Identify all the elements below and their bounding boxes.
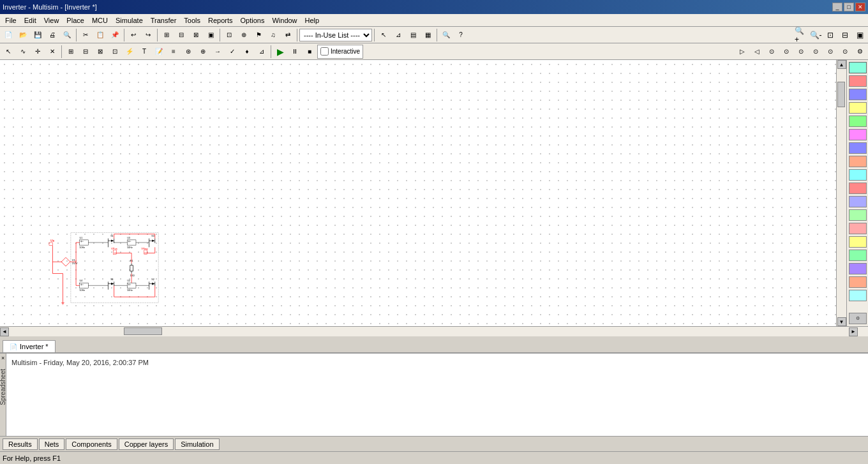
undo-button[interactable]: ↩: [126, 28, 140, 42]
interactive-checkbox[interactable]: Interactive: [317, 45, 363, 59]
misc1-tool[interactable]: ≡: [167, 45, 181, 59]
horizontal-scrollbar[interactable]: ◄ ►: [0, 326, 868, 336]
scroll-up-button[interactable]: ▲: [837, 60, 846, 69]
menu-edit[interactable]: Edit: [20, 14, 40, 26]
spreadsheet-button[interactable]: ⊟: [174, 28, 188, 42]
flag-button[interactable]: ⚑: [251, 28, 266, 42]
tab-inverter[interactable]: 📄 Inverter *: [3, 340, 56, 352]
db-button[interactable]: ⊠: [189, 28, 203, 42]
palette-btn-2[interactable]: [849, 75, 867, 87]
palette-btn-13[interactable]: [849, 223, 867, 234]
connectors-tool[interactable]: ⊠: [93, 45, 107, 59]
close-button[interactable]: ✕: [855, 3, 865, 11]
palette-btn-10[interactable]: [849, 183, 867, 194]
tab-nets[interactable]: Nets: [39, 438, 65, 450]
wire-tool[interactable]: ∿: [16, 45, 30, 59]
palette-btn-12[interactable]: [849, 209, 867, 221]
cut-button[interactable]: ✂: [79, 28, 93, 42]
palette-btn-5[interactable]: [849, 116, 867, 127]
menu-file[interactable]: File: [1, 14, 20, 26]
palette-btn-1[interactable]: [849, 62, 867, 73]
sim-ctrl4[interactable]: ⊙: [779, 45, 793, 59]
search-button[interactable]: 🔍: [439, 28, 453, 42]
menu-tools[interactable]: Tools: [180, 14, 204, 26]
zoom-100-button[interactable]: ⊟: [838, 28, 852, 42]
menu-reports[interactable]: Reports: [204, 14, 237, 26]
sim-ctrl8[interactable]: ⊙: [838, 45, 852, 59]
palette-btn-3[interactable]: [849, 89, 867, 100]
misc2-tool[interactable]: ⊛: [181, 45, 195, 59]
select-tool[interactable]: ↖: [1, 45, 15, 59]
sim-button[interactable]: ▣: [204, 28, 218, 42]
sim-ctrl9[interactable]: ⚙: [853, 45, 867, 59]
maximize-button[interactable]: □: [844, 3, 854, 11]
palette-btn-4[interactable]: [849, 102, 867, 114]
hierwire-tool[interactable]: ⊟: [79, 45, 93, 59]
menu-mcu[interactable]: MCU: [88, 14, 112, 26]
bus-tool[interactable]: ⊞: [64, 45, 78, 59]
back-probe-button[interactable]: ↖: [377, 28, 391, 42]
palette-btn-7[interactable]: [849, 142, 867, 154]
menu-options[interactable]: Options: [237, 14, 269, 26]
stop-button[interactable]: ■: [303, 45, 317, 59]
zoom-out-button[interactable]: 🔍-: [809, 28, 823, 42]
run-button[interactable]: ▶: [273, 45, 287, 59]
menu-simulate[interactable]: Simulate: [112, 14, 147, 26]
power-tool[interactable]: ⚡: [123, 45, 137, 59]
sidebar-settings-btn[interactable]: ⚙: [849, 313, 867, 324]
junction-tool[interactable]: ✛: [31, 45, 45, 59]
sim-ctrl3[interactable]: ⊙: [765, 45, 779, 59]
annotation-button[interactable]: ⊕: [237, 28, 251, 42]
tab-components[interactable]: Components: [66, 438, 117, 450]
sim-ctrl6[interactable]: ⊙: [809, 45, 823, 59]
palette-btn-18[interactable]: [849, 290, 867, 301]
zoom-fit-button[interactable]: ⊡: [823, 28, 837, 42]
palette-btn-17[interactable]: [849, 276, 867, 288]
window-controls[interactable]: _ □ ✕: [832, 3, 865, 11]
zoom-area-btn2[interactable]: ▣: [853, 28, 867, 42]
zoom-in-button[interactable]: 🔍+: [794, 28, 808, 42]
sim-ctrl2[interactable]: ◁: [750, 45, 764, 59]
interactive-check[interactable]: [320, 47, 329, 56]
redo-button[interactable]: ↪: [141, 28, 155, 42]
menu-view[interactable]: View: [40, 14, 63, 26]
tab-simulation[interactable]: Simulation: [175, 438, 219, 450]
tool1-button[interactable]: ▤: [406, 28, 420, 42]
palette-btn-11[interactable]: [849, 196, 867, 207]
menu-window[interactable]: Window: [268, 14, 301, 26]
tab-results[interactable]: Results: [3, 438, 38, 450]
paste-button[interactable]: 📌: [108, 28, 122, 42]
menu-transfer[interactable]: Transfer: [147, 14, 181, 26]
noconnect-tool[interactable]: ✕: [45, 45, 59, 59]
open-button[interactable]: 📂: [16, 28, 30, 42]
layer-tool[interactable]: ⊿: [255, 45, 269, 59]
instruments-button[interactable]: ♫: [266, 28, 280, 42]
print-button[interactable]: 🖨: [45, 28, 59, 42]
palette-btn-8[interactable]: [849, 156, 867, 167]
palette-btn-15[interactable]: [849, 250, 867, 261]
sim-ctrl1[interactable]: ▷: [735, 45, 749, 59]
scroll-left-button[interactable]: ◄: [0, 327, 9, 336]
sim-ctrl5[interactable]: ⊙: [794, 45, 808, 59]
scroll-down-button[interactable]: ▼: [837, 317, 846, 326]
scroll-thumb-v[interactable]: [837, 82, 845, 107]
text-tool[interactable]: T: [137, 45, 151, 59]
zoom-area-button[interactable]: ⊡: [222, 28, 236, 42]
menu-help[interactable]: Help: [301, 14, 324, 26]
forward-button[interactable]: ⊿: [391, 28, 405, 42]
schematic-canvas[interactable]: Vin V1 1V/V: [0, 60, 836, 326]
new-button[interactable]: 📄: [1, 28, 15, 42]
arrow-tool[interactable]: →: [211, 45, 225, 59]
palette-btn-6[interactable]: [849, 129, 867, 140]
palette-btn-16[interactable]: [849, 263, 867, 274]
note-tool[interactable]: 📝: [152, 45, 166, 59]
copy-button[interactable]: 📋: [93, 28, 107, 42]
scroll-right-button[interactable]: ►: [849, 327, 858, 336]
spreadsheet-collapse-btn[interactable]: ×: [0, 354, 6, 363]
tab-copper-layers[interactable]: Copper layers: [119, 438, 174, 450]
save-button[interactable]: 💾: [31, 28, 45, 42]
scroll-thumb-h[interactable]: [124, 327, 162, 335]
sim-ctrl7[interactable]: ⊙: [823, 45, 837, 59]
pause-button[interactable]: ⏸: [288, 45, 302, 59]
tool2-button[interactable]: ▦: [421, 28, 435, 42]
